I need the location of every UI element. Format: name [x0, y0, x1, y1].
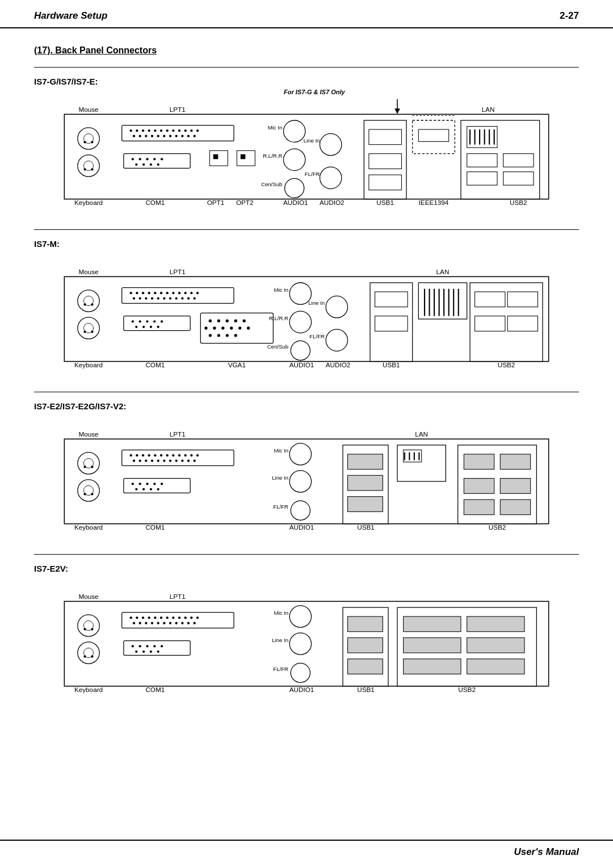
svg-point-36 [139, 158, 141, 160]
svg-point-109 [190, 292, 192, 294]
svg-point-146 [226, 334, 229, 337]
svg-point-21 [190, 129, 192, 132]
svg-point-136 [234, 320, 237, 322]
svg-point-279 [190, 617, 192, 619]
svg-text:USB2: USB2 [489, 523, 506, 531]
svg-point-288 [175, 622, 178, 624]
svg-rect-53 [364, 120, 406, 199]
svg-point-189 [91, 466, 93, 468]
svg-point-190 [78, 480, 99, 501]
svg-rect-232 [348, 454, 383, 469]
svg-point-40 [135, 163, 137, 166]
svg-text:LPT1: LPT1 [170, 268, 186, 275]
svg-point-142 [238, 326, 241, 329]
svg-point-99 [130, 292, 132, 294]
svg-point-4 [83, 141, 86, 143]
svg-point-130 [150, 326, 152, 328]
svg-point-11 [130, 129, 132, 132]
svg-text:USB2: USB2 [510, 199, 527, 206]
svg-rect-44 [209, 150, 228, 166]
svg-rect-10 [122, 125, 234, 141]
svg-point-33 [194, 135, 196, 137]
svg-point-138 [204, 326, 207, 329]
svg-point-291 [194, 622, 196, 624]
svg-point-13 [142, 129, 144, 132]
svg-text:COM1: COM1 [145, 199, 165, 206]
svg-point-139 [213, 326, 216, 329]
svg-point-301 [157, 651, 159, 653]
svg-point-221 [146, 483, 148, 485]
svg-text:LAN: LAN [482, 106, 495, 113]
svg-rect-58 [418, 129, 448, 141]
svg-rect-60 [461, 120, 540, 199]
svg-text:AUDIO2: AUDIO2 [320, 199, 345, 206]
svg-point-38 [153, 158, 156, 160]
svg-rect-243 [464, 479, 494, 494]
svg-point-283 [145, 622, 147, 624]
svg-point-9 [91, 168, 93, 170]
svg-rect-46 [237, 150, 255, 166]
svg-point-92 [83, 303, 86, 305]
svg-point-96 [83, 330, 86, 333]
svg-point-100 [136, 292, 138, 294]
svg-rect-306 [348, 617, 383, 632]
svg-text:USB1: USB1 [357, 523, 375, 531]
svg-text:Mic In: Mic In [274, 610, 288, 616]
svg-text:Mouse: Mouse [78, 593, 98, 600]
svg-point-25 [145, 135, 147, 137]
svg-rect-45 [213, 154, 219, 160]
svg-rect-218 [124, 479, 190, 493]
svg-rect-244 [500, 454, 530, 469]
svg-text:FL/FR: FL/FR [273, 504, 288, 510]
svg-point-18 [172, 129, 174, 132]
svg-point-147 [234, 334, 237, 337]
svg-rect-132 [200, 313, 273, 343]
svg-point-273 [154, 617, 156, 619]
svg-point-210 [151, 460, 153, 462]
svg-text:Keyboard: Keyboard [74, 686, 103, 693]
svg-point-126 [153, 320, 156, 322]
svg-point-208 [139, 460, 141, 462]
svg-point-200 [160, 454, 162, 456]
svg-point-8 [83, 168, 86, 170]
svg-point-118 [175, 297, 178, 300]
svg-point-28 [163, 135, 165, 137]
svg-rect-1 [64, 114, 548, 199]
svg-point-220 [139, 483, 141, 485]
svg-point-152 [326, 329, 347, 351]
svg-point-41 [142, 163, 145, 166]
model-title-is7m: IS7-M: [34, 239, 579, 249]
svg-point-14 [148, 129, 150, 132]
svg-text:USB1: USB1 [357, 686, 375, 693]
page: Hardware Setup 2-27 (17). Back Panel Con… [0, 0, 613, 868]
svg-point-150 [291, 341, 310, 360]
svg-point-195 [130, 454, 132, 456]
svg-point-286 [163, 622, 165, 624]
svg-point-43 [157, 163, 159, 166]
svg-point-94 [78, 317, 99, 339]
svg-rect-68 [467, 154, 497, 167]
svg-point-297 [161, 645, 163, 647]
svg-rect-313 [467, 617, 524, 632]
svg-point-15 [154, 129, 156, 132]
diagram-is7e2v: Mouse LPT1 Keyboard COM1 AUDIO1 USB1 USB… [34, 581, 579, 706]
svg-rect-34 [124, 154, 190, 169]
svg-point-299 [142, 651, 145, 653]
svg-point-5 [91, 141, 93, 143]
model-section-is7g: IS7-G/IS7/IS7-E: For IS7-G & IS7 Only [34, 67, 579, 227]
svg-rect-167 [475, 316, 505, 332]
svg-point-27 [157, 135, 159, 137]
svg-rect-156 [418, 283, 467, 319]
svg-point-260 [78, 615, 99, 636]
svg-point-281 [133, 622, 135, 624]
svg-point-201 [166, 454, 169, 456]
svg-text:Keyboard: Keyboard [74, 361, 103, 368]
svg-point-264 [78, 642, 99, 664]
svg-rect-165 [470, 283, 543, 362]
svg-point-115 [157, 297, 159, 300]
svg-point-140 [221, 326, 224, 329]
svg-text:LPT1: LPT1 [170, 106, 186, 113]
svg-rect-47 [241, 154, 246, 160]
svg-point-278 [184, 617, 187, 619]
svg-text:LPT1: LPT1 [170, 430, 186, 438]
